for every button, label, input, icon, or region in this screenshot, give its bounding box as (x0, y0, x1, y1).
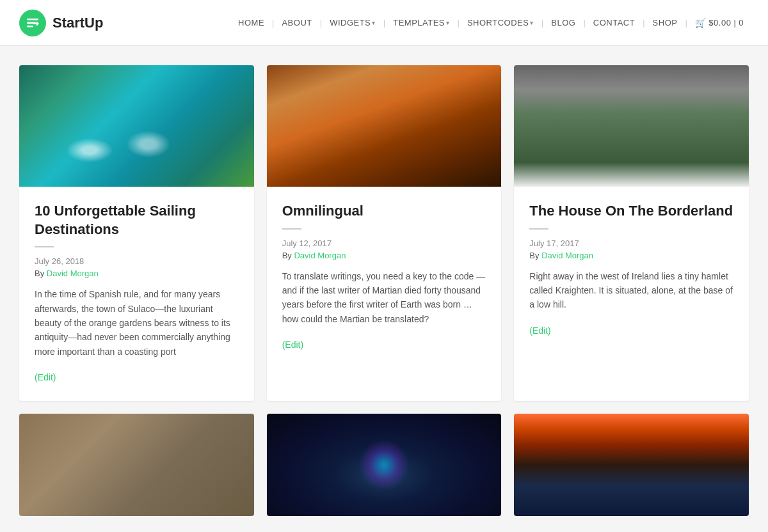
card-image-people (19, 414, 254, 516)
card-title: 10 Unforgettable Sailing Destinations (35, 202, 239, 239)
card-image-coast (514, 414, 749, 516)
nav-item-templates: TEMPLATES ▾ (381, 15, 455, 30)
card-date: July 17, 2017 (529, 239, 733, 248)
table-row: 10 Unforgettable Sailing Destinations Ju… (19, 65, 254, 401)
card-title: The House On The Borderland (529, 202, 733, 221)
nav-link-templates[interactable]: TEMPLATES ▾ (388, 15, 454, 30)
cart-separator: | (733, 18, 736, 27)
main-nav: HOME ABOUT WIDGETS ▾ TEMPLATES ▾ SHORTCO… (233, 15, 749, 31)
nav-link-home[interactable]: HOME (233, 15, 269, 30)
card-image-cave (267, 65, 502, 187)
nav-link-about[interactable]: ABOUT (276, 15, 317, 30)
edit-link[interactable]: (Edit) (529, 325, 550, 336)
chevron-down-icon: ▾ (530, 19, 534, 26)
card-divider (35, 246, 54, 247)
main-content: 10 Unforgettable Sailing Destinations Ju… (0, 46, 768, 516)
nav-item-shop: SHOP (640, 15, 682, 30)
nav-link-shop[interactable]: SHOP (648, 15, 683, 30)
card-date: July 12, 2017 (282, 239, 486, 248)
card-excerpt: Right away in the west of Ireland lies a… (529, 269, 733, 312)
svg-marker-3 (33, 21, 39, 26)
logo-text: StartUp (52, 15, 103, 31)
nav-item-cart: 🛒 $0.00 | 0 (682, 15, 749, 31)
edit-link[interactable]: (Edit) (282, 340, 303, 350)
card-author: By David Morgan (282, 251, 486, 260)
card-divider (529, 228, 548, 230)
card-date: July 26, 2018 (35, 256, 239, 266)
card-title: Omnilingual (282, 202, 486, 221)
logo[interactable]: StartUp (19, 10, 103, 36)
table-row: The House On The Borderland July 17, 201… (514, 65, 749, 401)
nav-link-shortcodes[interactable]: SHORTCODES ▾ (462, 15, 539, 30)
card-excerpt: To translate writings, you need a key to… (282, 269, 486, 327)
svg-rect-2 (27, 26, 33, 27)
chevron-down-icon: ▾ (372, 19, 376, 26)
card-body: 10 Unforgettable Sailing Destinations Ju… (19, 187, 254, 401)
card-image-sailing (19, 65, 254, 187)
cart-count: 0 (739, 18, 744, 27)
logo-icon (19, 10, 46, 36)
nav-item-blog: BLOG (539, 15, 581, 30)
nav-link-widgets[interactable]: WIDGETS ▾ (324, 15, 381, 30)
logo-svg (25, 15, 40, 31)
nav-item-about: ABOUT (269, 15, 317, 30)
card-author: By David Morgan (529, 251, 733, 260)
edit-link[interactable]: (Edit) (35, 372, 56, 382)
nav-link-blog[interactable]: BLOG (546, 15, 580, 30)
card-divider (282, 228, 301, 230)
card-excerpt: In the time of Spanish rule, and for man… (35, 287, 239, 359)
card-author: By David Morgan (35, 269, 239, 278)
table-row (19, 414, 254, 516)
author-link[interactable]: David Morgan (294, 251, 346, 260)
card-body: Omnilingual July 12, 2017 By David Morga… (267, 187, 502, 368)
svg-rect-0 (27, 19, 38, 20)
author-link[interactable]: David Morgan (541, 251, 593, 260)
cards-grid: 10 Unforgettable Sailing Destinations Ju… (19, 65, 749, 516)
card-body: The House On The Borderland July 17, 201… (514, 187, 749, 354)
card-image-nebula (267, 414, 502, 516)
table-row: Omnilingual July 12, 2017 By David Morga… (267, 65, 502, 401)
nav-item-widgets: WIDGETS ▾ (317, 15, 381, 30)
chevron-down-icon: ▾ (446, 19, 450, 26)
nav-list: HOME ABOUT WIDGETS ▾ TEMPLATES ▾ SHORTCO… (233, 15, 749, 31)
cart-price: $0.00 (708, 18, 731, 27)
nav-link-contact[interactable]: CONTACT (588, 15, 640, 30)
header: StartUp HOME ABOUT WIDGETS ▾ TEMPLATES ▾ (0, 0, 768, 46)
nav-item-contact: CONTACT (580, 15, 640, 30)
nav-item-shortcodes: SHORTCODES ▾ (455, 15, 539, 30)
cart-icon: 🛒 (695, 18, 707, 28)
nav-item-home: HOME (233, 15, 269, 30)
card-image-mountain (514, 65, 749, 187)
table-row (514, 414, 749, 516)
table-row (267, 414, 502, 516)
author-link[interactable]: David Morgan (47, 269, 99, 278)
cart-link[interactable]: 🛒 $0.00 | 0 (690, 15, 749, 31)
